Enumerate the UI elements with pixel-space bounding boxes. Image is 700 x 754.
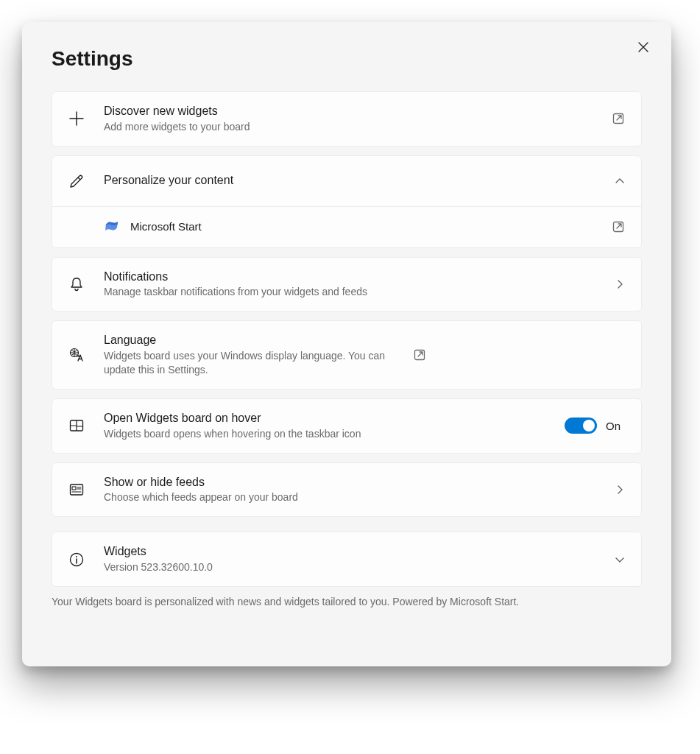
chevron-right-icon [615, 279, 625, 289]
row-personalize-content: Personalize your content Microsoft Start [52, 155, 642, 248]
svg-rect-6 [72, 487, 76, 490]
row-subtitle: Add more widgets to your board [104, 120, 603, 134]
chevron-up-icon [615, 176, 625, 186]
pencil-icon [68, 173, 85, 189]
hover-toggle[interactable] [565, 417, 597, 434]
row-subtitle: Version 523.32600.10.0 [104, 560, 606, 574]
row-title: Discover new widgets [104, 104, 603, 119]
row-subtitle: Choose which feeds appear on your board [104, 490, 606, 504]
row-show-hide-feeds[interactable]: Show or hide feeds Choose which feeds ap… [52, 462, 642, 518]
row-open-on-hover: Open Widgets board on hover Widgets boar… [52, 398, 642, 454]
row-subtitle: Widgets board uses your Windows display … [104, 349, 404, 377]
close-icon [638, 42, 648, 52]
chevron-down-icon [615, 554, 625, 565]
row-title: Widgets [104, 544, 606, 560]
row-personalize-header[interactable]: Personalize your content [52, 156, 641, 206]
external-link-icon [612, 112, 625, 125]
row-title: Notifications [104, 269, 606, 285]
row-language[interactable]: Language Widgets board uses your Windows… [52, 320, 642, 390]
plus-icon [68, 110, 85, 127]
row-widgets-version[interactable]: Widgets Version 523.32600.10.0 [52, 532, 642, 587]
close-button[interactable] [632, 35, 655, 59]
external-link-icon [612, 220, 625, 233]
row-title: Language [104, 333, 404, 348]
row-microsoft-start[interactable]: Microsoft Start [52, 206, 641, 247]
board-icon [68, 417, 85, 434]
row-discover-widgets[interactable]: Discover new widgets Add more widgets to… [52, 91, 642, 147]
row-subtitle: Manage taskbar notifications from your w… [104, 285, 606, 299]
svg-point-8 [76, 556, 77, 557]
row-subtitle: Widgets board opens when hovering on the… [104, 427, 556, 441]
row-title: Personalize your content [104, 173, 606, 188]
feeds-icon [68, 482, 85, 498]
subrow-title: Microsoft Start [130, 219, 603, 234]
chevron-right-icon [615, 485, 625, 495]
row-notifications[interactable]: Notifications Manage taskbar notificatio… [52, 257, 642, 312]
footer-text: Your Widgets board is personalized with … [52, 596, 642, 607]
toggle-state-label: On [606, 420, 625, 432]
external-link-icon [413, 348, 426, 362]
row-title: Show or hide feeds [104, 475, 606, 490]
page-title: Settings [52, 47, 642, 71]
settings-panel: Settings Discover new widgets Add more w… [22, 22, 671, 666]
row-title: Open Widgets board on hover [104, 411, 556, 426]
microsoft-start-icon [104, 219, 120, 235]
language-icon [68, 346, 86, 364]
info-icon [68, 552, 85, 568]
bell-icon [68, 276, 85, 292]
